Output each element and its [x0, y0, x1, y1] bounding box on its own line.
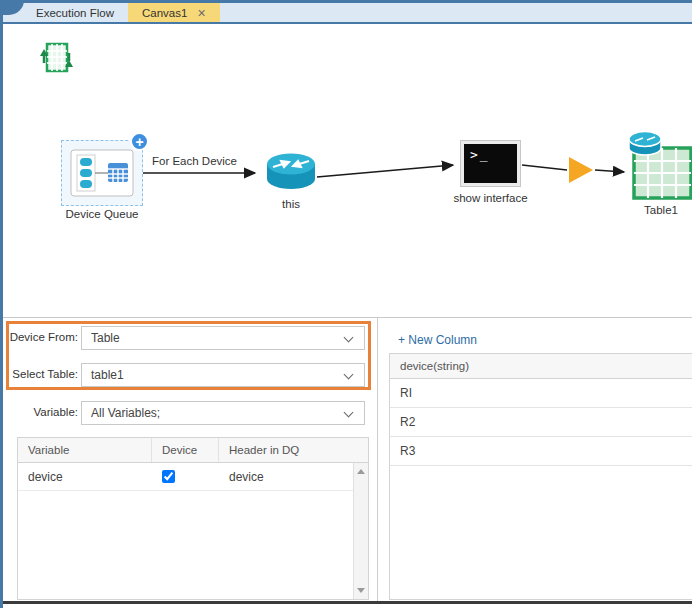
device-table-header: device(string) [390, 354, 692, 379]
tab-execution-flow-label: Execution Flow [36, 7, 114, 19]
node-table1[interactable] [627, 127, 692, 202]
variable-label: Variable: [3, 406, 78, 418]
table-row[interactable]: R3 [390, 437, 692, 466]
chevron-down-icon [344, 408, 354, 418]
select-table-dropdown[interactable]: table1 [81, 363, 365, 387]
col-header-header-in-dq: Header in DQ [219, 438, 368, 462]
scroll-down-icon[interactable] [357, 588, 365, 593]
edge-for-each-device-label: For Each Device [152, 155, 237, 167]
variable-value: All Variables; [91, 406, 160, 420]
device-from-dropdown[interactable]: Table [81, 326, 365, 350]
col-header-device: Device [152, 438, 219, 462]
node-device-queue-label: Device Queue [53, 208, 151, 220]
tab-canvas1[interactable]: Canvas1 × [128, 3, 220, 22]
terminal-cursor: _ [480, 147, 488, 162]
terminal-prompt: > [470, 147, 478, 162]
add-device-source-button[interactable]: + [130, 132, 149, 151]
device-table: device(string) RI R2 R3 [389, 353, 692, 600]
node-table1-label: Table1 [632, 204, 690, 216]
variables-table: Variable Device Header in DQ device devi… [17, 437, 369, 600]
device-queue-config-panel: Device From: Table Select Table: table1 … [3, 318, 692, 601]
cell-header-in-dq: device [219, 463, 368, 490]
col-header-device-string: device(string) [390, 354, 692, 378]
node-this-label: this [265, 198, 317, 210]
chevron-down-icon [344, 370, 354, 380]
chevron-down-icon [344, 333, 354, 343]
window-bottom-edge [3, 601, 692, 604]
new-column-button[interactable]: + New Column [398, 333, 477, 347]
flow-step-marker-icon [569, 157, 593, 183]
node-show-interface-label: show interface [433, 192, 548, 204]
node-show-interface[interactable]: >_ [460, 140, 521, 187]
close-icon[interactable]: × [197, 6, 205, 20]
device-queue-icon [70, 149, 134, 197]
flow-canvas[interactable]: + Device Queue For Each Device this >_ s… [3, 26, 692, 317]
col-header-variable: Variable [18, 438, 152, 462]
table-row[interactable]: RI [390, 379, 692, 408]
tab-execution-flow[interactable]: Execution Flow [22, 3, 128, 22]
table-row[interactable]: device device [18, 463, 368, 491]
variable-dropdown[interactable]: All Variables; [81, 401, 365, 425]
variables-table-header: Variable Device Header in DQ [18, 438, 368, 463]
terminal-icon: >_ [464, 144, 517, 183]
device-from-value: Table [91, 331, 120, 345]
variables-table-scrollbar[interactable] [353, 463, 368, 599]
device-checkbox[interactable] [162, 470, 175, 483]
select-table-value: table1 [91, 368, 124, 382]
router-icon[interactable] [264, 151, 318, 195]
panel-splitter[interactable] [377, 318, 378, 601]
loop-table-icon[interactable] [39, 39, 73, 77]
select-table-label: Select Table: [3, 368, 78, 380]
scroll-up-icon[interactable] [357, 469, 365, 474]
node-device-queue[interactable]: + [61, 140, 143, 206]
tab-canvas1-label: Canvas1 [142, 7, 187, 19]
device-from-label: Device From: [3, 331, 78, 343]
table-row[interactable]: R2 [390, 408, 692, 437]
cell-variable: device [18, 463, 152, 490]
tab-bar: Execution Flow Canvas1 × [0, 3, 692, 24]
flow-editor-window: Execution Flow Canvas1 × [0, 0, 692, 608]
